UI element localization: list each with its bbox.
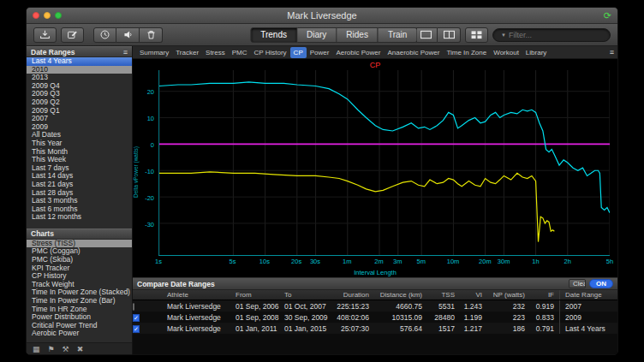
tab-pmc[interactable]: PMC bbox=[229, 47, 251, 58]
date-range-2009-q3[interactable]: 2009 Q3 bbox=[27, 90, 132, 98]
series-last-4-years bbox=[159, 172, 554, 242]
tab-anaerobic-power[interactable]: Anaerobic Power bbox=[384, 47, 443, 58]
view-diary[interactable]: Diary bbox=[297, 27, 337, 43]
tab-power[interactable]: Power bbox=[307, 47, 333, 58]
date-range-2009-q1[interactable]: 2009 Q1 bbox=[27, 107, 132, 116]
menu-icon[interactable]: ≡ bbox=[123, 48, 128, 56]
clock-icon bbox=[99, 29, 110, 40]
zoom-window-button[interactable] bbox=[55, 12, 62, 19]
chart-item-time-in-power-zone-stacked[interactable]: Time In Power Zone (Stacked) bbox=[27, 288, 132, 297]
col-duration[interactable]: Duration bbox=[331, 291, 374, 299]
tab-library[interactable]: Library bbox=[522, 47, 550, 58]
date-range-last-4-years[interactable]: Last 4 Years bbox=[27, 57, 132, 66]
chart-item-power-distribution[interactable]: Power Distribution bbox=[27, 313, 132, 322]
compose-button[interactable] bbox=[61, 27, 84, 43]
chart-item-cp-history[interactable]: CP History bbox=[27, 272, 132, 281]
cell-to: 01 Jan, 2015 bbox=[283, 324, 331, 333]
date-range-last-6-months[interactable]: Last 6 months bbox=[27, 205, 132, 214]
chart-item-pmc-skiba[interactable]: PMC (Skiba) bbox=[27, 256, 132, 264]
date-range-2009-q2[interactable]: 2009 Q2 bbox=[27, 98, 132, 107]
import-button[interactable] bbox=[33, 27, 57, 43]
on-button[interactable]: ON bbox=[589, 279, 613, 288]
date-range-last-7-days[interactable]: Last 7 days bbox=[27, 164, 132, 173]
x-tick-label: 10m bbox=[447, 258, 460, 265]
tab-aerobic-power[interactable]: Aerobic Power bbox=[332, 47, 384, 58]
date-range-last-12-months[interactable]: Last 12 months bbox=[27, 213, 132, 222]
tab-stress[interactable]: Stress bbox=[202, 47, 229, 58]
chart-item-time-in-hr-zone[interactable]: Time In HR Zone bbox=[27, 306, 132, 314]
layout-tile-icon bbox=[470, 30, 483, 39]
view-trends[interactable]: Trends bbox=[250, 27, 297, 43]
cell-tss: 5531 bbox=[427, 302, 460, 311]
layout-single-button[interactable] bbox=[414, 27, 438, 43]
chart-item-aerobic-power[interactable]: Aerobic Power bbox=[27, 329, 132, 338]
tools-icon[interactable]: ⚒ bbox=[63, 345, 69, 353]
view-rides[interactable]: Rides bbox=[337, 27, 379, 43]
row-checkbox[interactable]: ✓ bbox=[133, 314, 140, 322]
date-range-this-year[interactable]: This Year bbox=[27, 139, 132, 148]
tab-cp[interactable]: CP bbox=[290, 47, 307, 58]
cell-to: 01 Oct, 2007 bbox=[283, 302, 331, 311]
col-from[interactable]: From bbox=[234, 291, 283, 299]
flag-icon[interactable]: ⚑ bbox=[48, 345, 55, 353]
trash-button[interactable] bbox=[140, 27, 163, 43]
table-icon[interactable]: ▦ bbox=[33, 345, 40, 353]
date-range-last-14-days[interactable]: Last 14 days bbox=[27, 172, 132, 181]
compare-row[interactable]: ✓Mark Liversedge01 Sep, 200830 Sep, 2009… bbox=[133, 312, 617, 323]
view-train[interactable]: Train bbox=[379, 27, 417, 43]
chart-item-pmc-coggan[interactable]: PMC (Coggan) bbox=[27, 247, 132, 256]
col-distance-km[interactable]: Distance (km) bbox=[374, 291, 427, 299]
chart-item-stress-tiss[interactable]: Stress (TISS) bbox=[27, 240, 132, 248]
layout-split-button[interactable] bbox=[438, 27, 461, 43]
date-range-this-week[interactable]: This Week bbox=[27, 156, 132, 164]
col-athlete[interactable]: Athlete bbox=[165, 291, 234, 299]
chart-item-critical-power-trend[interactable]: Critical Power Trend bbox=[27, 322, 132, 330]
col-if[interactable]: IF bbox=[530, 291, 559, 299]
chevron-down-icon[interactable]: ▼ bbox=[501, 33, 506, 38]
tab-summary[interactable]: Summary bbox=[136, 47, 172, 58]
traffic-lights bbox=[27, 12, 62, 19]
date-range-all-dates[interactable]: All Dates bbox=[27, 131, 132, 139]
date-range-2009[interactable]: 2009 bbox=[27, 123, 132, 132]
col-tss[interactable]: TSS bbox=[427, 291, 460, 299]
date-range-2009-q4[interactable]: 2009 Q4 bbox=[27, 82, 132, 91]
date-range-last-3-months[interactable]: Last 3 months bbox=[27, 197, 132, 205]
right-column: SummaryTrackerStressPMCCP HistoryCPPower… bbox=[133, 46, 617, 354]
filter-input[interactable] bbox=[509, 31, 609, 39]
chart-item-time-in-power-zone-bar[interactable]: Time In Power Zone (Bar) bbox=[27, 297, 132, 306]
tab-tracker[interactable]: Tracker bbox=[172, 47, 202, 58]
close-icon[interactable]: ✖ bbox=[77, 345, 84, 353]
date-range-this-month[interactable]: This Month bbox=[27, 148, 132, 157]
date-range-2010[interactable]: 2010 bbox=[27, 66, 132, 74]
tab-time-in-zone[interactable]: Time In Zone bbox=[443, 47, 490, 58]
layout-single-icon bbox=[420, 30, 432, 39]
row-checkbox[interactable] bbox=[133, 303, 134, 311]
date-range-last-21-days[interactable]: Last 21 days bbox=[27, 181, 132, 189]
plot-area bbox=[158, 70, 610, 256]
date-range-2007[interactable]: 2007 bbox=[27, 115, 132, 123]
col-to[interactable]: To bbox=[283, 291, 331, 299]
cell-athlete: Mark Liversedge bbox=[165, 313, 234, 322]
tab-workout[interactable]: Workout bbox=[490, 47, 522, 58]
clock-button[interactable] bbox=[93, 27, 116, 43]
compare-row[interactable]: Mark Liversedge01 Sep, 200601 Oct, 20072… bbox=[133, 300, 617, 312]
compare-row[interactable]: ✓Mark Liversedge01 Jan, 201101 Jan, 2015… bbox=[133, 323, 617, 334]
audio-button[interactable] bbox=[116, 27, 140, 43]
chart-item-kpi-tracker[interactable]: KPI Tracker bbox=[27, 264, 132, 273]
cell-athlete: Mark Liversedge bbox=[165, 324, 234, 333]
col-np-watts[interactable]: NP (watts) bbox=[487, 291, 530, 299]
cell-np: 232 bbox=[487, 302, 530, 311]
tab-cp-history[interactable]: CP History bbox=[251, 47, 290, 58]
tabbar-menu-icon[interactable]: ≡ bbox=[610, 48, 614, 56]
date-range-2013[interactable]: 2013 bbox=[27, 74, 132, 82]
col-vi[interactable]: VI bbox=[460, 291, 487, 299]
col-date-range[interactable]: Date Range bbox=[559, 290, 617, 300]
minimize-window-button[interactable] bbox=[44, 12, 51, 19]
clear-button[interactable]: Clear bbox=[569, 279, 586, 288]
date-range-last-28-days[interactable]: Last 28 days bbox=[27, 189, 132, 198]
layout-tile-button[interactable] bbox=[465, 27, 488, 43]
row-checkbox[interactable]: ✓ bbox=[133, 325, 140, 333]
close-window-button[interactable] bbox=[33, 12, 39, 19]
chart-item-track-weight[interactable]: Track Weight bbox=[27, 281, 132, 289]
sync-icon[interactable]: ⟳ bbox=[604, 11, 611, 21]
